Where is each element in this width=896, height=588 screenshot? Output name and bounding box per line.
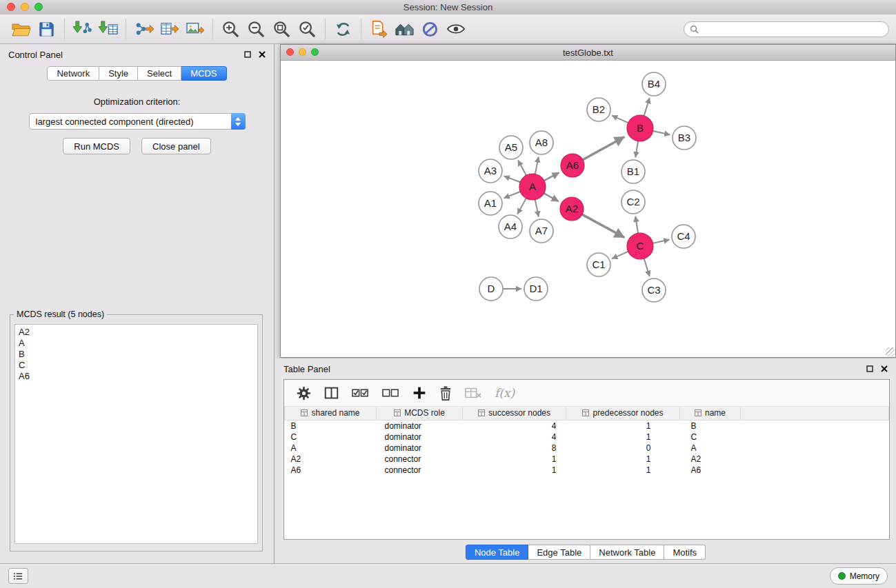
- zoom-selected-button[interactable]: [295, 17, 320, 41]
- table-row[interactable]: Adominator80A: [285, 443, 889, 454]
- tab-select[interactable]: Select: [138, 66, 181, 81]
- tab-style[interactable]: Style: [99, 66, 138, 81]
- graph-node-A[interactable]: A: [519, 174, 546, 200]
- run-mcds-button[interactable]: Run MCDS: [63, 138, 130, 154]
- tab-network[interactable]: Network: [47, 66, 99, 81]
- graph-node-A1[interactable]: A1: [479, 192, 502, 215]
- network-window-titlebar[interactable]: testGlobe.txt: [281, 45, 895, 61]
- graph-node-D1[interactable]: D1: [524, 277, 548, 301]
- graph-edge-B-B2[interactable]: [612, 116, 628, 123]
- search-field[interactable]: [684, 21, 889, 37]
- close-table-panel-button[interactable]: [881, 365, 888, 372]
- graph-edge-A2-C[interactable]: [582, 214, 624, 237]
- document-export-button[interactable]: [366, 17, 392, 41]
- home-button[interactable]: [392, 17, 417, 41]
- graph-node-B4[interactable]: B4: [642, 72, 666, 96]
- table-settings-button[interactable]: [297, 386, 311, 401]
- column-header-shared-name[interactable]: shared name: [285, 407, 377, 420]
- zoom-window-button[interactable]: [34, 3, 43, 11]
- network-canvas[interactable]: B4B2BB3A5A8A6A3B1AC2A1A2A4A7C4CC1DD1C3: [281, 61, 895, 357]
- graph-node-B2[interactable]: B2: [587, 98, 610, 121]
- column-header-successor-nodes[interactable]: successor nodes: [463, 407, 566, 420]
- tab-edge-table[interactable]: Edge Table: [528, 545, 590, 560]
- close-window-button[interactable]: [7, 3, 15, 11]
- float-panel-button[interactable]: [244, 51, 251, 58]
- refresh-layout-button[interactable]: [330, 17, 356, 41]
- graph-node-C[interactable]: C: [627, 233, 653, 259]
- memory-button[interactable]: Memory: [830, 567, 888, 585]
- graph-edge-B-B3[interactable]: [653, 131, 670, 134]
- graph-node-B[interactable]: B: [627, 115, 653, 141]
- zoom-fit-button[interactable]: [269, 17, 295, 41]
- export-image-button[interactable]: [182, 17, 208, 41]
- graph-node-B1[interactable]: B1: [621, 160, 645, 183]
- table-row[interactable]: Bdominator41B: [285, 420, 889, 432]
- graph-node-C4[interactable]: C4: [672, 225, 695, 248]
- export-table-button[interactable]: [157, 17, 182, 41]
- zoom-in-button[interactable]: [218, 17, 243, 41]
- tab-node-table[interactable]: Node Table: [466, 545, 529, 560]
- mcds-result-list[interactable]: A2ABCA6: [14, 324, 258, 544]
- graph-edge-C-C3[interactable]: [644, 258, 650, 276]
- close-panel-button[interactable]: [259, 51, 266, 58]
- graph-edge-A-A3[interactable]: [504, 176, 521, 182]
- graph-node-A8[interactable]: A8: [530, 131, 553, 154]
- graph-node-B3[interactable]: B3: [673, 126, 696, 150]
- minimize-window-button[interactable]: [21, 3, 29, 11]
- graph-node-D[interactable]: D: [479, 277, 503, 301]
- graph-node-C3[interactable]: C3: [642, 278, 666, 302]
- graph-edge-B-B4[interactable]: [644, 98, 650, 116]
- show-columns-button[interactable]: [324, 386, 339, 401]
- search-input[interactable]: [702, 23, 883, 35]
- graph-node-A4[interactable]: A4: [499, 215, 522, 239]
- annotation-toggle-button[interactable]: [417, 17, 443, 41]
- graph-edge-A-A4[interactable]: [517, 199, 526, 214]
- show-hide-button[interactable]: [443, 17, 468, 41]
- import-table-button[interactable]: [95, 17, 121, 41]
- graph-edge-C-C4[interactable]: [653, 240, 670, 243]
- graph-node-C1[interactable]: C1: [587, 253, 610, 276]
- network-close-button[interactable]: [286, 48, 294, 56]
- delete-rows-button[interactable]: [439, 386, 452, 401]
- float-table-panel-button[interactable]: [866, 365, 873, 372]
- graph-node-A5[interactable]: A5: [499, 136, 523, 159]
- network-graph[interactable]: B4B2BB3A5A8A6A3B1AC2A1A2A4A7C4CC1DD1C3: [281, 61, 895, 357]
- select-all-button[interactable]: [352, 387, 369, 398]
- delete-table-button[interactable]: [465, 387, 481, 399]
- graph-node-A6[interactable]: A6: [561, 154, 584, 177]
- zoom-out-button[interactable]: [243, 17, 269, 41]
- resize-grip[interactable]: [886, 347, 895, 356]
- graph-edge-A-A8[interactable]: [535, 157, 539, 174]
- graph-edge-A6-B[interactable]: [583, 137, 624, 160]
- deselect-all-button[interactable]: [382, 387, 399, 398]
- graph-node-C2[interactable]: C2: [621, 190, 645, 214]
- graph-edge-A-A5[interactable]: [518, 160, 526, 175]
- network-minimize-button[interactable]: [299, 48, 306, 56]
- column-header-mcds-role[interactable]: MCDS role: [377, 407, 463, 420]
- import-network-button[interactable]: [70, 17, 95, 41]
- tab-network-table[interactable]: Network Table: [590, 545, 664, 560]
- column-header-predecessor-nodes[interactable]: predecessor nodes: [566, 407, 680, 420]
- tab-motifs[interactable]: Motifs: [664, 545, 706, 560]
- close-panel-action-button[interactable]: Close panel: [141, 138, 211, 154]
- graph-edge-A-A6[interactable]: [544, 172, 559, 181]
- task-history-button[interactable]: [8, 568, 28, 584]
- graph-edge-A-A7[interactable]: [535, 200, 539, 217]
- table-row[interactable]: A2connector11A2: [285, 454, 889, 465]
- graph-node-A2[interactable]: A2: [560, 197, 584, 221]
- table-row[interactable]: Cdominator41C: [285, 432, 889, 443]
- optimization-criterion-dropdown[interactable]: largest connected component (directed): [29, 113, 246, 130]
- column-header-name[interactable]: name: [680, 407, 741, 420]
- graph-edge-B-B1[interactable]: [635, 141, 638, 157]
- graph-node-A3[interactable]: A3: [479, 159, 502, 183]
- graph-edge-A-A2[interactable]: [544, 193, 559, 201]
- function-builder-button[interactable]: f(x): [495, 386, 515, 400]
- graph-node-A7[interactable]: A7: [530, 219, 553, 243]
- graph-edge-A-A1[interactable]: [504, 192, 521, 198]
- save-session-button[interactable]: [34, 17, 59, 41]
- table-row[interactable]: A6connector11A6: [285, 465, 889, 476]
- network-zoom-button[interactable]: [311, 48, 319, 56]
- export-network-button[interactable]: [131, 17, 157, 41]
- open-file-button[interactable]: [8, 17, 34, 41]
- tab-mcds[interactable]: MCDS: [181, 66, 226, 81]
